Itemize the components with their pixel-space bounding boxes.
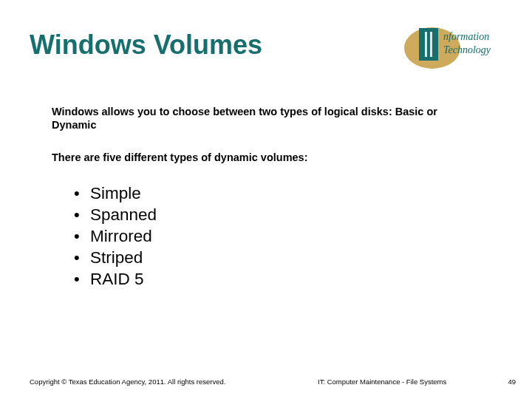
slide-body: Windows allows you to choose between two… <box>30 105 502 290</box>
slide-footer: Copyright © Texas Education Agency, 2011… <box>0 378 532 386</box>
intro-paragraph-1: Windows allows you to choose between two… <box>52 105 451 132</box>
list-item: Simple <box>74 183 502 205</box>
list-item: Striped <box>74 248 502 269</box>
svg-rect-4 <box>427 32 430 57</box>
list-item-label: Mirrored <box>90 227 152 245</box>
volume-types-list: Simple Spanned Mirrored Striped RAID 5 <box>74 183 502 290</box>
list-item: RAID 5 <box>74 269 502 290</box>
slide: Windows Volumes nformation Technology Wi… <box>0 0 532 399</box>
footer-course: IT: Computer Maintenance - File Systems <box>318 378 446 386</box>
list-item-label: Spanned <box>90 205 157 224</box>
list-item-label: Striped <box>90 248 143 267</box>
list-item-label: Simple <box>90 184 141 202</box>
logo-top-text: nformation <box>443 31 489 42</box>
list-item: Spanned <box>74 205 502 226</box>
intro-paragraph-2: There are five different types of dynami… <box>52 151 451 164</box>
list-item-label: RAID 5 <box>90 270 144 288</box>
list-item: Mirrored <box>74 226 502 248</box>
information-technology-logo: nformation Technology <box>403 22 502 74</box>
logo-bottom-text: Technology <box>443 44 491 55</box>
footer-copyright: Copyright © Texas Education Agency, 2011… <box>30 378 225 386</box>
footer-page-number: 49 <box>508 378 516 386</box>
